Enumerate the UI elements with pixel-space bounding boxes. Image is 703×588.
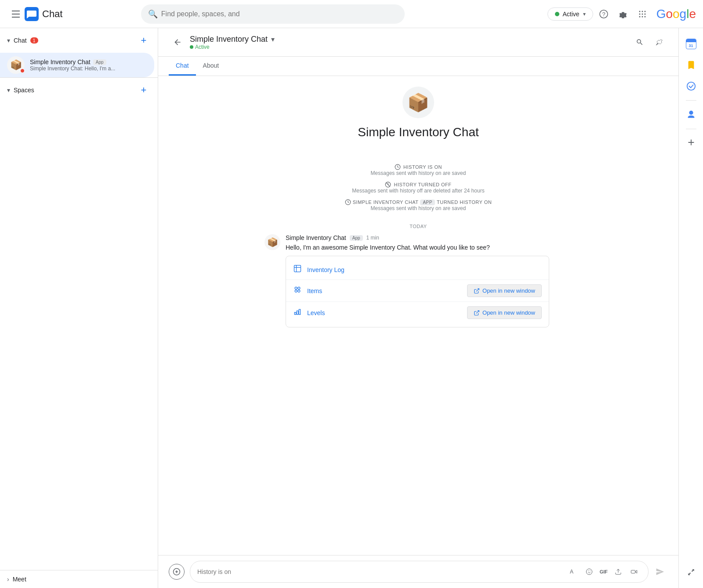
history-off-notice: HISTORY TURNED OFF Messages sent with hi… bbox=[352, 181, 484, 194]
svg-text:?: ? bbox=[602, 11, 605, 18]
svg-point-4 bbox=[641, 11, 643, 12]
history-app-sub: Messages sent with history on are saved bbox=[345, 205, 492, 211]
items-icon bbox=[293, 285, 302, 296]
message-input[interactable] bbox=[197, 568, 563, 575]
message-app-badge: App bbox=[350, 235, 363, 241]
upload-button[interactable] bbox=[611, 565, 625, 579]
chat-logo-icon bbox=[25, 7, 39, 21]
status-button[interactable]: Active bbox=[547, 7, 593, 21]
apps-button[interactable] bbox=[634, 5, 651, 23]
search-input[interactable] bbox=[161, 10, 398, 18]
svg-point-23 bbox=[298, 290, 300, 292]
history-off-sub: Messages sent with history off are delet… bbox=[352, 188, 484, 194]
spaces-label: Spaces bbox=[14, 87, 34, 94]
svg-rect-27 bbox=[299, 309, 300, 315]
sidebar-item-simple-inventory-chat[interactable]: 📦 Simple Inventory Chat App Simple Inven… bbox=[0, 53, 154, 77]
history-app-header-suffix: TURNED HISTORY ON bbox=[437, 200, 492, 205]
bot-center-info: 📦 Simple Inventory Chat bbox=[358, 87, 478, 150]
chevron-down-icon bbox=[583, 11, 586, 17]
add-chat-button[interactable]: + bbox=[137, 33, 151, 47]
history-on-header: HISTORY IS ON bbox=[403, 164, 442, 170]
calendar-date: 31 bbox=[686, 43, 696, 49]
card-row-inventory-log[interactable]: Inventory Log bbox=[286, 260, 549, 280]
svg-text:A: A bbox=[570, 569, 573, 575]
app-badge-notice: APP bbox=[420, 200, 435, 205]
meet-section-header[interactable]: › Meet bbox=[0, 570, 158, 588]
svg-point-21 bbox=[298, 287, 300, 289]
svg-rect-17 bbox=[294, 265, 301, 272]
add-panel-button[interactable] bbox=[683, 134, 699, 150]
gif-button[interactable]: GIF bbox=[598, 565, 609, 579]
message-row: 📦 Simple Inventory Chat App 1 min Hello,… bbox=[265, 234, 572, 327]
chat-name: Simple Inventory Chat bbox=[190, 35, 268, 44]
chevron-down-icon: ▾ bbox=[7, 87, 10, 94]
items-open-button[interactable]: Open in new window bbox=[467, 284, 542, 297]
card-row-items: Items Open in new window bbox=[286, 280, 549, 302]
svg-point-8 bbox=[644, 13, 645, 15]
svg-line-28 bbox=[476, 310, 479, 313]
check-tasks-button[interactable] bbox=[682, 77, 700, 95]
avatar: 📦 bbox=[7, 56, 25, 74]
svg-rect-26 bbox=[297, 311, 298, 314]
message-input-wrapper[interactable]: A GIF bbox=[190, 561, 649, 583]
message-card: Inventory Log Items Open in new window bbox=[286, 256, 549, 327]
svg-point-11 bbox=[644, 16, 645, 17]
svg-rect-25 bbox=[294, 312, 296, 315]
tasks-icon bbox=[686, 60, 696, 70]
levels-icon bbox=[293, 307, 302, 318]
emoji-button[interactable] bbox=[582, 565, 596, 579]
chat-section-header[interactable]: ▾ Chat 1 + bbox=[0, 28, 158, 53]
tasks-button[interactable] bbox=[682, 56, 700, 74]
help-button[interactable]: ? bbox=[595, 5, 612, 23]
chat-unread-badge: 1 bbox=[30, 37, 38, 44]
history-on-sub: Messages sent with history on are saved bbox=[371, 170, 466, 176]
active-status-dot bbox=[190, 45, 193, 49]
svg-point-9 bbox=[639, 16, 640, 17]
contacts-button[interactable] bbox=[682, 106, 700, 123]
svg-point-22 bbox=[295, 290, 297, 292]
card-row-levels: Levels Open in new window bbox=[286, 302, 549, 323]
levels-open-label: Open in new window bbox=[482, 309, 535, 316]
search-bar[interactable]: 🔍 bbox=[141, 4, 405, 24]
spaces-section: ▾ Spaces + bbox=[0, 77, 158, 102]
video-button[interactable] bbox=[627, 565, 641, 579]
chat-status-label: Active bbox=[195, 44, 210, 50]
svg-line-24 bbox=[476, 288, 479, 291]
search-button[interactable] bbox=[631, 33, 649, 51]
google-logo: Google bbox=[656, 7, 696, 21]
settings-button[interactable] bbox=[614, 5, 632, 23]
inventory-log-label[interactable]: Inventory Log bbox=[307, 266, 542, 273]
text-format-button[interactable]: A bbox=[566, 565, 580, 579]
calendar-button[interactable]: 31 bbox=[682, 35, 700, 53]
add-space-button[interactable]: + bbox=[137, 83, 151, 97]
tab-about[interactable]: About bbox=[196, 57, 226, 76]
right-panel: 31 bbox=[678, 28, 703, 588]
svg-point-3 bbox=[639, 11, 640, 12]
history-app-notice: SIMPLE INVENTORY CHAT APP TURNED HISTORY… bbox=[345, 199, 492, 211]
history-on-notice: HISTORY IS ON Messages sent with history… bbox=[371, 164, 466, 176]
message-bot-avatar: 📦 bbox=[265, 234, 280, 250]
pin-button[interactable] bbox=[650, 33, 668, 51]
bot-name-large: Simple Inventory Chat bbox=[358, 125, 478, 139]
levels-open-button[interactable]: Open in new window bbox=[467, 306, 542, 319]
panel-divider bbox=[686, 100, 696, 101]
back-button[interactable] bbox=[169, 33, 186, 51]
meet-label: Meet bbox=[13, 576, 26, 583]
sidebar-item-name-label: Simple Inventory Chat bbox=[30, 58, 91, 65]
chevron-right-icon: › bbox=[7, 576, 9, 583]
sidebar-item-preview: Simple Inventory Chat: Hello, I'm a... bbox=[30, 65, 147, 72]
tab-chat[interactable]: Chat bbox=[169, 57, 196, 76]
svg-point-33 bbox=[586, 569, 592, 574]
menu-button[interactable] bbox=[7, 5, 25, 23]
status-dot bbox=[555, 12, 559, 16]
send-button[interactable] bbox=[652, 564, 668, 580]
spaces-section-header[interactable]: ▾ Spaces + bbox=[0, 78, 158, 102]
levels-label[interactable]: Levels bbox=[307, 309, 467, 316]
items-label[interactable]: Items bbox=[307, 287, 467, 294]
history-notices: HISTORY IS ON Messages sent with history… bbox=[265, 164, 572, 211]
svg-rect-37 bbox=[631, 570, 635, 573]
chat-name-dropdown-icon[interactable]: ▾ bbox=[271, 35, 275, 44]
today-label: TODAY bbox=[409, 224, 427, 229]
add-media-button[interactable] bbox=[169, 564, 185, 580]
expand-panel-button[interactable] bbox=[682, 563, 700, 581]
